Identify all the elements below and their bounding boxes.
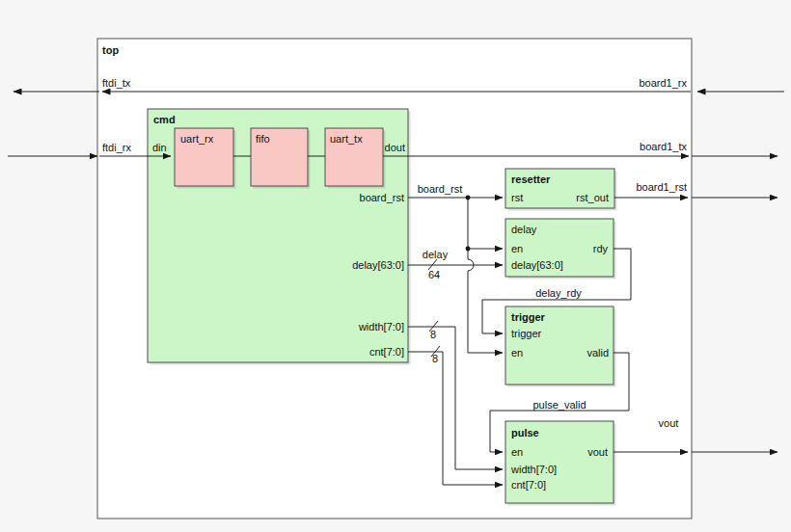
- port-label-cmd-width: width[7:0]: [358, 321, 404, 332]
- junction-dot: [466, 247, 471, 252]
- module-resetter-title: resetter: [511, 173, 551, 185]
- bus-width-label-8-cnt: 8: [432, 353, 438, 364]
- port-label-din: din: [152, 142, 167, 153]
- port-label-rst-out: rst_out: [576, 192, 609, 203]
- module-delay-title: delay: [511, 224, 537, 235]
- port-label-pulse-width: width[7:0]: [510, 464, 557, 475]
- port-label-cmd-cnt: cnt[7:0]: [369, 346, 404, 358]
- junction-dot: [466, 196, 471, 200]
- port-label-dout: dout: [385, 142, 405, 153]
- net-label-board-rst: board_rst: [418, 183, 462, 195]
- net-label-pulse-valid: pulse_valid: [532, 399, 586, 411]
- bus-width-label-64: 64: [428, 269, 440, 280]
- port-label-delay-en: en: [511, 243, 523, 254]
- module-fifo-title: fifo: [256, 133, 270, 145]
- port-label-cmd-delay: delay[63:0]: [352, 259, 404, 271]
- net-label-ftdi-rx: ftdi_rx: [102, 142, 131, 153]
- module-trigger-title: trigger: [511, 311, 546, 323]
- port-label-cmd-board-rst: board_rst: [360, 192, 404, 203]
- net-label-board1-rx: board1_rx: [639, 77, 687, 89]
- module-uart-rx-title: uart_rx: [180, 133, 214, 145]
- net-label-delay: delay: [423, 249, 449, 260]
- port-label-pulse-cnt: cnt[7:0]: [511, 479, 546, 491]
- net-label-board1-tx: board1_tx: [640, 141, 687, 152]
- port-label-rst: rst: [511, 192, 523, 203]
- net-label-board1-rst: board1_rst: [636, 181, 687, 193]
- module-pulse-title: pulse: [511, 427, 539, 439]
- net-label-delay-rdy: delay_rdy: [535, 287, 582, 299]
- port-label-pulse-vout: vout: [587, 446, 608, 458]
- module-uart-tx-title: uart_tx: [330, 133, 363, 145]
- net-label-vout: vout: [659, 417, 679, 429]
- port-label-trigger-en: en: [511, 347, 523, 359]
- port-label-pulse-en: en: [511, 446, 523, 458]
- module-top-title: top: [102, 44, 119, 56]
- net-label-ftdi-tx: ftdi_tx: [102, 77, 131, 89]
- bus-width-label-8-width: 8: [430, 329, 436, 340]
- port-label-trigger: trigger: [511, 328, 542, 339]
- port-label-delay-in: delay[63:0]: [511, 259, 563, 271]
- module-cmd-title: cmd: [153, 114, 176, 125]
- port-label-valid: valid: [586, 347, 609, 359]
- block-diagram: top ftdi_tx board1_rx ftdi_rx board1_tx …: [0, 0, 791, 532]
- port-label-rdy: rdy: [593, 243, 609, 254]
